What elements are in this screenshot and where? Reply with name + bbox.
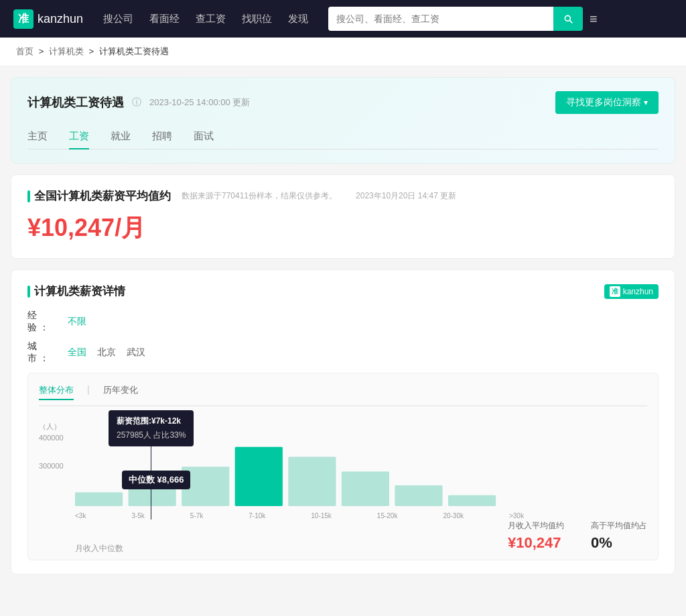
breadcrumb-current: 计算机类工资待遇 (99, 46, 169, 56)
city-option-all[interactable]: 全国 (68, 347, 86, 359)
x-label-2: 5-7k (190, 512, 203, 519)
chart-tab-yearly[interactable]: 历年变化 (103, 384, 138, 400)
x-axis: <3k 3-5k 5-7k 7-10k 10-15k 15-20k 20-30k… (75, 512, 524, 519)
detail-header: 计算机类薪资详情 准 kanzhun (27, 284, 659, 299)
city-filter-row: 城 市： 全国 北京 武汉 (27, 341, 659, 365)
main-tabs: 主页 工资 就业 招聘 面试 (27, 125, 659, 149)
svg-rect-5 (342, 472, 389, 507)
tooltip-title: 薪资范围:¥7k-12k (117, 416, 186, 427)
chevron-down-icon: ▾ (644, 98, 648, 107)
city-option-wuhan[interactable]: 武汉 (127, 347, 145, 359)
stat-above-value: 0% (591, 534, 647, 552)
x-label-0: <3k (75, 512, 86, 519)
experience-options: 不限 (68, 316, 86, 328)
chart-stats: 月收入平均值约 ¥10,247 高于平均值约占 0% (497, 512, 658, 560)
detail-section: 计算机类薪资详情 准 kanzhun 经 验： 不限 城 市： 全国 北京 武汉… (11, 269, 675, 574)
x-label-5: 15-20k (377, 512, 398, 519)
logo-icon: 准 (13, 9, 33, 29)
tab-recruitment[interactable]: 招聘 (152, 125, 172, 149)
search-bar (328, 7, 583, 31)
experience-filter-row: 经 验： 不限 (27, 310, 659, 334)
chart-tab-distribution[interactable]: 整体分布 (39, 384, 74, 400)
find-jobs-button[interactable]: 寻找更多岗位洞察 ▾ (555, 91, 659, 114)
avg-meta-date: 2023年10月20日 14:47 更新 (356, 190, 456, 202)
x-label-6: 20-30k (443, 512, 464, 519)
nav-link-companies[interactable]: 搜公司 (103, 13, 133, 25)
tab-home[interactable]: 主页 (27, 125, 48, 149)
badge-text: kanzhun (623, 287, 653, 296)
tab-salary[interactable]: 工资 (69, 125, 89, 149)
stat-avg: 月收入平均值约 ¥10,247 (508, 520, 564, 552)
nav-links: 搜公司 看面经 查工资 找职位 发现 (103, 13, 308, 25)
breadcrumb: 首页 > 计算机类 > 计算机类工资待遇 (0, 38, 686, 66)
x-label-1: 3-5k (131, 512, 144, 519)
stat-above: 高于平均值约占 0% (591, 520, 647, 552)
avg-salary-value: ¥10,247/月 (27, 212, 659, 245)
tab-interview[interactable]: 面试 (194, 125, 214, 149)
y-axis-unit: （人） (39, 422, 61, 432)
nav-extra-icon[interactable]: ≡ (590, 11, 598, 27)
nav-link-jobs[interactable]: 找职位 (242, 13, 272, 25)
y-axis: 400000 300000 (39, 434, 64, 470)
breadcrumb-sep-1: > (39, 46, 46, 56)
search-input[interactable] (328, 7, 553, 31)
city-options: 全国 北京 武汉 (68, 347, 145, 359)
stat-avg-value: ¥10,247 (508, 534, 564, 552)
nav-link-interviews[interactable]: 看面经 (149, 13, 180, 25)
svg-rect-0 (75, 492, 123, 506)
stat-above-label: 高于平均值约占 (591, 520, 647, 532)
nav-logo[interactable]: 准 kanzhun (13, 9, 83, 29)
kanzhun-badge: 准 kanzhun (604, 284, 659, 299)
svg-rect-7 (448, 495, 496, 506)
search-icon (563, 13, 573, 24)
info-icon[interactable]: ⓘ (132, 97, 141, 109)
breadcrumb-sep-2: > (88, 46, 96, 56)
detail-title: 计算机类薪资详情 (27, 284, 125, 299)
chart-tab-sep: | (87, 384, 90, 400)
card-title-row: 计算机类工资待遇 ⓘ 2023-10-25 14:00:00 更新 (27, 95, 250, 111)
card-header: 计算机类工资待遇 ⓘ 2023-10-25 14:00:00 更新 寻找更多岗位… (27, 91, 659, 114)
breadcrumb-category[interactable]: 计算机类 (49, 46, 84, 56)
brand-name: kanzhun (38, 12, 83, 26)
median-label: 中位数 ¥8,666 (122, 471, 190, 489)
svg-rect-3 (235, 447, 283, 506)
chart-container: 整体分布 | 历年变化 （人） 400000 300000 薪资范围:¥7k-1… (27, 373, 659, 560)
card-title: 计算机类工资待遇 (27, 95, 124, 111)
x-label-3: 7-10k (249, 512, 265, 519)
avg-meta: 数据来源于770411份样本，结果仅供参考。 (182, 190, 337, 202)
y-label-400k: 400000 (39, 434, 64, 442)
search-button[interactable] (553, 7, 583, 31)
svg-rect-4 (288, 456, 336, 506)
nav-link-discover[interactable]: 发现 (288, 13, 308, 25)
find-jobs-label: 寻找更多岗位洞察 (566, 97, 641, 109)
chart-tabs: 整体分布 | 历年变化 (39, 384, 647, 406)
breadcrumb-home[interactable]: 首页 (16, 46, 33, 56)
city-option-beijing[interactable]: 北京 (97, 347, 116, 359)
nav-link-salary[interactable]: 查工资 (196, 13, 226, 25)
stat-sub-label: 月收入中位数 (75, 543, 123, 554)
avg-section-title: 全国计算机类薪资平均值约 (27, 188, 171, 204)
x-label-4: 10-15k (311, 512, 332, 519)
navbar: 准 kanzhun 搜公司 看面经 查工资 找职位 发现 ≡ (0, 0, 686, 38)
card-updated: 2023-10-25 14:00:00 更新 (149, 97, 250, 109)
avg-salary-section: 全国计算机类薪资平均值约 数据来源于770411份样本，结果仅供参考。 2023… (11, 174, 675, 259)
avg-title-row: 全国计算机类薪资平均值约 数据来源于770411份样本，结果仅供参考。 2023… (27, 188, 659, 204)
main-card: 计算机类工资待遇 ⓘ 2023-10-25 14:00:00 更新 寻找更多岗位… (11, 77, 675, 164)
tab-employment[interactable]: 就业 (111, 125, 131, 149)
experience-label: 经 验： (27, 310, 68, 334)
city-label: 城 市： (27, 341, 68, 365)
y-label-300k: 300000 (39, 462, 64, 470)
stat-avg-label: 月收入平均值约 (508, 520, 564, 532)
badge-logo: 准 (610, 286, 620, 297)
experience-option-all[interactable]: 不限 (68, 316, 86, 328)
svg-rect-6 (395, 485, 442, 506)
